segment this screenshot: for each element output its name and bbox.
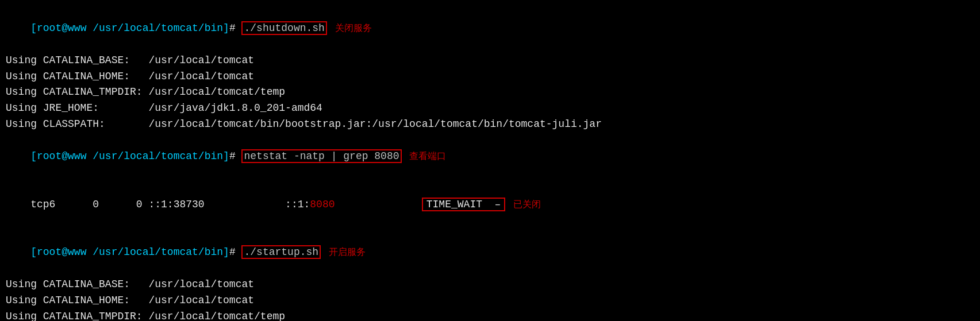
spacer-1 <box>335 199 422 210</box>
line-12: Using CATALINA_TMPDIR: /usr/local/tomcat… <box>6 309 974 321</box>
line-10: Using CATALINA_BASE: /usr/local/tomcat <box>6 277 974 293</box>
command-shutdown: ./shutdown.sh <box>241 21 326 35</box>
prompt-3: [root@www /usr/local/tomcat/bin] <box>30 246 229 258</box>
timewait-box: TIME_WAIT – <box>422 198 506 211</box>
hash-3: # <box>229 246 242 258</box>
prompt-1: [root@www /usr/local/tomcat/bin] <box>30 22 229 34</box>
port-8080-1: 8080 <box>310 199 335 210</box>
command-startup: ./startup.sh <box>241 245 321 259</box>
line-11: Using CATALINA_HOME: /usr/local/tomcat <box>6 293 974 309</box>
terminal-output: [root@www /usr/local/tomcat/bin]# ./shut… <box>6 5 974 321</box>
col4-1: ::1: <box>285 199 310 210</box>
line-1: [root@www /usr/local/tomcat/bin]# ./shut… <box>6 5 974 53</box>
line-7: [root@www /usr/local/tomcat/bin]# netsta… <box>6 133 974 181</box>
line-8: tcp6 0 0 ::1:38730 ::1:8080 TIME_WAIT – … <box>6 181 974 229</box>
label-shutdown: 关闭服务 <box>329 24 372 34</box>
command-netstat-1: netstat -natp | grep 8080 <box>241 149 401 163</box>
line-3: Using CATALINA_HOME: /usr/local/tomcat <box>6 69 974 85</box>
hash-1: # <box>229 22 242 34</box>
line-2: Using CATALINA_BASE: /usr/local/tomcat <box>6 53 974 69</box>
label-startup: 开启服务 <box>323 247 366 258</box>
line-6: Using CLASSPATH: /usr/local/tomcat/bin/b… <box>6 117 974 133</box>
line-4: Using CATALINA_TMPDIR: /usr/local/tomcat… <box>6 84 974 100</box>
line-5: Using JRE_HOME: /usr/java/jdk1.8.0_201-a… <box>6 100 974 117</box>
label-closed: 已关闭 <box>508 200 541 210</box>
hash-2: # <box>229 150 242 162</box>
line-9: [root@www /usr/local/tomcat/bin]# ./star… <box>6 229 974 277</box>
prompt-2: [root@www /usr/local/tomcat/bin] <box>30 150 229 162</box>
tcp6-1: tcp6 0 0 ::1:38730 <box>30 199 285 210</box>
label-netstat-1: 查看端口 <box>404 152 447 162</box>
